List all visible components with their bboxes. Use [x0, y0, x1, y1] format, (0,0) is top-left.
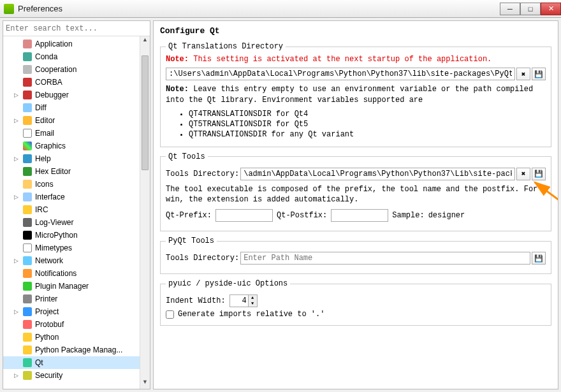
clear-icon[interactable]: ✖: [516, 68, 530, 80]
expand-icon[interactable]: ▷: [12, 258, 20, 264]
window-minimize-button[interactable]: ─: [500, 3, 520, 15]
relative-imports-checkbox[interactable]: [166, 310, 174, 319]
expand-icon[interactable]: ▷: [12, 309, 20, 315]
sidebar: ApplicationCondaCooperationCORBA▷Debugge…: [3, 20, 150, 389]
expand-icon[interactable]: ▷: [12, 117, 20, 124]
expand-icon[interactable]: ▷: [12, 372, 20, 379]
search-input[interactable]: [6, 24, 147, 33]
category-icon: [22, 192, 33, 202]
qt-prefix-input[interactable]: [215, 209, 273, 222]
category-icon: [22, 230, 33, 240]
qt-tools-dir-input[interactable]: [240, 168, 515, 180]
window-title: Preferences: [18, 4, 62, 13]
category-icon: [22, 256, 33, 266]
qt-postfix-label: Qt-Postfix:: [277, 211, 327, 220]
tree-item-notifications[interactable]: Notifications: [3, 267, 150, 280]
sample-label: Sample:: [392, 211, 424, 220]
scroll-down-icon[interactable]: ▼: [140, 379, 150, 389]
tree-item-printer[interactable]: Printer: [3, 293, 150, 305]
tree-item-protobuf[interactable]: Protobuf: [3, 318, 150, 331]
translations-path-input[interactable]: [166, 68, 515, 80]
tree-item-cooperation[interactable]: Cooperation: [3, 63, 150, 76]
env-var-list: QT4TRANSLATIONSDIR for Qt4 QT5TRANSLATIO…: [189, 110, 546, 139]
tree-item-label: Python Package Manag...: [35, 345, 122, 354]
scroll-thumb[interactable]: [142, 55, 149, 170]
indent-width-input[interactable]: [230, 296, 248, 305]
tree-item-qt[interactable]: Qt: [3, 356, 150, 369]
pyqt-tools-dir-label: Tools Directory:: [166, 254, 239, 263]
tree-item-label: IRC: [35, 205, 48, 214]
window-titlebar: Preferences ─ □ ✕: [0, 0, 561, 18]
tree-item-label: Log-Viewer: [35, 218, 73, 227]
scroll-up-icon[interactable]: ▲: [140, 36, 150, 47]
preferences-tree[interactable]: ApplicationCondaCooperationCORBA▷Debugge…: [3, 36, 150, 389]
tree-item-irc[interactable]: IRC: [3, 203, 150, 216]
tree-item-help[interactable]: ▷Help: [3, 152, 150, 165]
tree-item-project[interactable]: ▷Project: [3, 305, 150, 318]
pyuic-options-group: pyuic / pyside-uic Options Indent Width:…: [160, 279, 551, 326]
tree-item-label: CORBA: [35, 78, 62, 87]
tree-item-debugger[interactable]: ▷Debugger: [3, 89, 150, 101]
tree-item-python-package-manag-[interactable]: Python Package Manag...: [3, 344, 150, 356]
open-folder-icon[interactable]: 💾: [532, 252, 546, 265]
tree-item-security[interactable]: ▷Security: [3, 369, 150, 382]
expand-icon[interactable]: ▷: [12, 194, 20, 200]
category-icon: [22, 52, 33, 62]
window-close-button[interactable]: ✕: [541, 3, 561, 15]
pyqt-tools-dir-input[interactable]: [240, 252, 530, 265]
tree-item-application[interactable]: Application: [3, 38, 150, 50]
qt-translations-group: Qt Translations Directory Note: This set…: [160, 42, 551, 147]
tree-item-hex-editor[interactable]: Hex Editor: [3, 165, 150, 178]
expand-icon[interactable]: ▷: [12, 92, 20, 98]
spin-up-icon[interactable]: ▲: [248, 295, 257, 301]
tree-item-label: Help: [35, 154, 51, 163]
tree-item-corba[interactable]: CORBA: [3, 76, 150, 89]
window-maximize-button[interactable]: □: [520, 3, 541, 15]
page-title: Configure Qt: [160, 26, 551, 36]
category-icon: [22, 103, 33, 113]
tree-item-icons[interactable]: Icons: [3, 178, 150, 191]
category-icon: [22, 166, 33, 177]
category-icon: [22, 154, 33, 164]
indent-width-stepper[interactable]: ▲▼: [229, 294, 258, 307]
pyqt-tools-legend: PyQt Tools: [166, 236, 217, 245]
tree-scrollbar[interactable]: ▲ ▼: [140, 36, 150, 389]
tree-item-editor[interactable]: ▷Editor: [3, 114, 150, 127]
category-icon: [22, 217, 33, 228]
indent-width-label: Indent Width:: [166, 296, 226, 305]
tree-item-label: Debugger: [35, 91, 69, 99]
tree-item-plugin-manager[interactable]: Plugin Manager: [3, 280, 150, 293]
category-icon: [22, 77, 33, 87]
tree-item-log-viewer[interactable]: Log-Viewer: [3, 216, 150, 229]
open-folder-icon[interactable]: 💾: [532, 68, 546, 80]
open-folder-icon[interactable]: 💾: [532, 168, 546, 180]
tree-item-mimetypes[interactable]: Mimetypes: [3, 242, 150, 254]
expand-icon[interactable]: ▷: [12, 156, 20, 162]
tree-item-label: Notifications: [35, 269, 76, 278]
qt-prefix-label: Qt-Prefix:: [166, 211, 212, 220]
clear-icon[interactable]: ✖: [516, 168, 530, 180]
list-item: QT4TRANSLATIONSDIR for Qt4: [189, 110, 546, 119]
tree-item-label: Plugin Manager: [35, 282, 89, 291]
tree-item-interface[interactable]: ▷Interface: [3, 191, 150, 203]
tree-item-label: Editor: [35, 116, 55, 125]
sample-value: designer: [428, 211, 465, 220]
tree-item-python[interactable]: Python: [3, 331, 150, 344]
tree-item-graphics[interactable]: Graphics: [3, 140, 150, 152]
category-icon: [22, 141, 33, 151]
qt-tools-group: Qt Tools Tools Directory: ✖ 💾 The tool e…: [160, 152, 551, 232]
category-icon: [22, 64, 33, 75]
spin-down-icon[interactable]: ▼: [248, 301, 257, 307]
tree-item-network[interactable]: ▷Network: [3, 254, 150, 267]
tree-item-micropython[interactable]: MicroPython: [3, 229, 150, 242]
tree-item-conda[interactable]: Conda: [3, 50, 150, 63]
tree-item-diff[interactable]: Diff: [3, 101, 150, 114]
tree-item-label: Mimetypes: [35, 243, 72, 252]
tree-item-email[interactable]: Email: [3, 127, 150, 140]
app-icon: [4, 4, 14, 14]
category-icon: [22, 179, 33, 189]
category-icon: [22, 332, 33, 342]
tree-item-label: Cooperation: [35, 65, 76, 74]
tree-item-label: Security: [35, 371, 62, 380]
qt-postfix-input[interactable]: [331, 209, 388, 222]
